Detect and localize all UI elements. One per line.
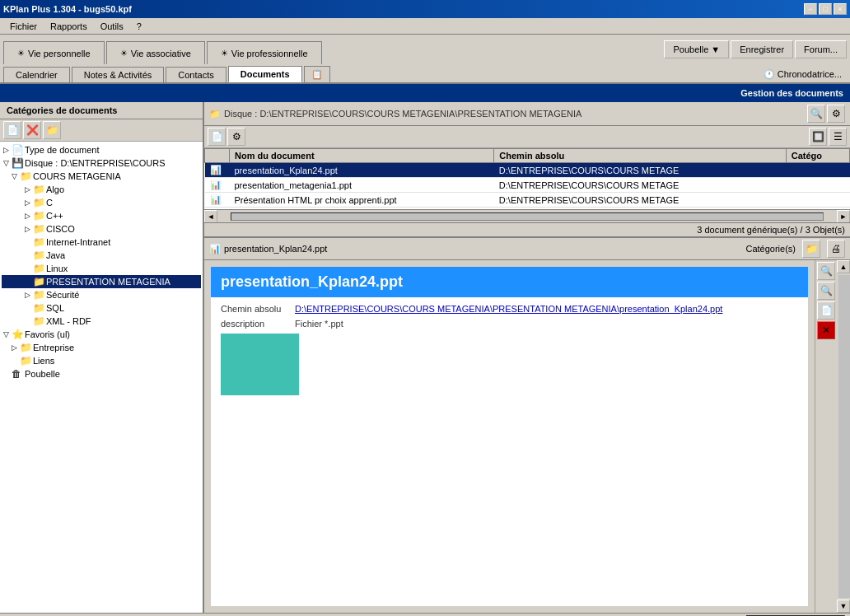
tab-vie-associative[interactable]: ☀ Vie associative [106, 41, 205, 64]
col-path[interactable]: Chemin absolu [494, 149, 786, 163]
chronodatrice-button[interactable]: 🕐 Chronodatrice... [759, 68, 847, 82]
main-tab-bar: Calendrier Notes & Activités Contacts Do… [0, 64, 850, 84]
v-scroll-track[interactable] [838, 275, 850, 598]
expander-disque[interactable]: ▽ [3, 159, 12, 167]
file-location: 📁 Disque : D:\ENTREPRISE\COURS\COURS MET… [209, 109, 581, 119]
tab-vie-personnelle[interactable]: ☀ Vie personnelle [3, 41, 105, 64]
file-row-3[interactable]: 📊 Présentation HTML pr choix apprenti.pp… [205, 193, 850, 208]
tab-calendrier[interactable]: Calendrier [3, 67, 70, 82]
preview-thumbnail [221, 334, 299, 395]
delete-doc-button[interactable]: ❌ [23, 121, 41, 139]
preview-zoom-out-btn[interactable]: 🔍 [817, 282, 835, 300]
file-toolbar-left: 📄 ⚙ [208, 128, 245, 146]
preview-chemin-value[interactable]: D:\ENTREPRISE\COURS\COURS METAGENIA\PRES… [295, 304, 722, 314]
view-button2[interactable]: ⚙ [827, 105, 845, 123]
expander-securite[interactable]: ▷ [25, 291, 33, 299]
tree-item-entreprise[interactable]: ▷ 📁 Entreprise [2, 341, 201, 354]
file-row-1[interactable]: 📊 presentation_Kplan24.ppt D:\ENTREPRISE… [205, 163, 850, 178]
expander-algo[interactable]: ▷ [25, 185, 33, 194]
right-panel: 📁 Disque : D:\ENTREPRISE\COURS\COURS MET… [204, 102, 850, 613]
expander-favoris[interactable]: ▽ [3, 330, 12, 338]
menu-fichier[interactable]: Fichier [3, 20, 44, 33]
file-table-container: Nom du document Chemin absolu Catégo 📊 p… [204, 148, 850, 209]
expander-entreprise[interactable]: ▷ [12, 343, 20, 352]
tree-item-java[interactable]: 📁 Java [2, 249, 201, 262]
maximize-button[interactable]: □ [819, 3, 832, 15]
file-toolbar: 📄 ⚙ 🔲 ☰ [204, 126, 850, 148]
file-list-area: 📁 Disque : D:\ENTREPRISE\COURS\COURS MET… [204, 102, 850, 238]
tree-item-internet[interactable]: 📁 Internet-Intranet [2, 236, 201, 249]
h-scroll-right[interactable]: ► [837, 210, 850, 223]
h-scroll-left[interactable]: ◄ [204, 210, 217, 223]
preview-page-btn[interactable]: 📄 [817, 301, 835, 320]
file-row-1-icon: 📊 [205, 163, 230, 178]
h-scroll-track[interactable] [231, 212, 824, 221]
file-view-btn1[interactable]: 🔲 [809, 128, 827, 146]
tree-item-type-document[interactable]: ▷ 📄 Type de document [2, 143, 201, 156]
preview-content: presentation_Kplan24.ppt Chemin absolu D… [211, 267, 808, 606]
col-category[interactable]: Catégo [786, 149, 849, 163]
expander-cisco[interactable]: ▷ [25, 225, 33, 233]
v-scrollbar[interactable]: ▲ ▼ [837, 260, 850, 613]
tree-item-sql[interactable]: 📁 SQL [2, 301, 201, 315]
v-scroll-down[interactable]: ▼ [837, 600, 850, 613]
col-name[interactable]: Nom du document [230, 149, 494, 163]
tree-item-poubelle[interactable]: 🗑 Poubelle [2, 367, 201, 380]
tree-item-securite[interactable]: ▷ 📁 Sécurité [2, 288, 201, 301]
tree-item-liens[interactable]: 📁 Liens [2, 354, 201, 367]
preview-folder-btn[interactable]: 📁 [802, 240, 820, 258]
close-button[interactable]: × [834, 3, 847, 15]
tab-contacts[interactable]: Contacts [166, 67, 226, 82]
preview-title: presentation_Kplan24.ppt [211, 267, 808, 297]
tree-item-cours-metagenia[interactable]: ▽ 📁 COURS METAGENIA [2, 170, 201, 183]
file-toolbar-right: 🔲 ☰ [809, 128, 847, 146]
file-list-header: 📁 Disque : D:\ENTREPRISE\COURS\COURS MET… [204, 102, 850, 126]
file-view-btn2[interactable]: ☰ [829, 128, 847, 146]
tree-item-cisco[interactable]: ▷ 📁 CISCO [2, 222, 201, 236]
preview-print-btn[interactable]: 🖨 [827, 240, 845, 258]
file-new-btn[interactable]: 📄 [208, 128, 226, 146]
expander-c[interactable]: ▷ [25, 198, 33, 207]
enregistrer-button[interactable]: Enregistrer [731, 40, 793, 58]
new-doc-button[interactable]: 📄 [3, 121, 21, 139]
tab-documents[interactable]: Documents [228, 66, 302, 82]
file-row-2[interactable]: 📊 presentation_metagenia1.ppt D:\ENTREPR… [205, 178, 850, 193]
label-favoris: Favoris (ul) [25, 329, 70, 339]
v-scroll-up[interactable]: ▲ [837, 260, 850, 273]
tree-item-presentation-metagenia[interactable]: 📁 PRESENTATION METAGENIA [2, 275, 201, 288]
tree-item-linux[interactable]: 📁 Linux [2, 262, 201, 275]
tree-item-cpp[interactable]: ▷ 📁 C++ [2, 209, 201, 222]
folder-button[interactable]: 📁 [43, 121, 61, 139]
tree-item-disque[interactable]: ▽ 💾 Disque : D:\ENTREPRISE\COURS [2, 156, 201, 170]
forum-button[interactable]: Forum... [795, 40, 847, 58]
tab-vie-professionnelle[interactable]: ☀ Vie professionnelle [207, 41, 322, 64]
tree-item-favoris[interactable]: ▽ ⭐ Favoris (ul) [2, 328, 201, 341]
label-disque: Disque : D:\ENTREPRISE\COURS [25, 158, 166, 168]
expander-type-document[interactable]: ▷ [3, 146, 12, 154]
menu-outils[interactable]: Outils [94, 20, 130, 33]
icon-presentation: 📁 [33, 276, 46, 287]
poubelle-button[interactable]: Poubelle ▼ [664, 40, 729, 58]
file-delete-btn[interactable]: ⚙ [227, 128, 245, 146]
tab-extra[interactable]: 📋 [304, 66, 330, 82]
vie-personnelle-icon: ☀ [17, 49, 25, 58]
menu-help[interactable]: ? [130, 20, 148, 33]
minimize-button[interactable]: − [804, 3, 817, 15]
preview-delete-btn[interactable]: ✕ [817, 321, 835, 339]
expander-cpp[interactable]: ▷ [25, 212, 33, 220]
view-button1[interactable]: 🔍 [807, 105, 825, 123]
tree-item-xmlrdf[interactable]: 📁 XML - RDF [2, 315, 201, 328]
preview-body: Chemin absolu D:\ENTREPRISE\COURS\COURS … [211, 297, 808, 606]
tree-item-algo[interactable]: ▷ 📁 Algo [2, 183, 201, 196]
tree-item-c[interactable]: ▷ 📁 C [2, 196, 201, 209]
preview-header-right: Catégorie(s) 📁 🖨 [745, 240, 845, 258]
expander-cours-metagenia[interactable]: ▽ [12, 172, 20, 180]
tab-notes-activites[interactable]: Notes & Activités [72, 67, 165, 82]
label-algo: Algo [46, 184, 64, 194]
menu-rapports[interactable]: Rapports [44, 20, 94, 33]
h-scrollbar[interactable]: ◄ ► [204, 209, 850, 222]
preview-zoom-in-btn[interactable]: 🔍 [817, 262, 835, 280]
icon-sql: 📁 [33, 302, 46, 314]
file-count: 3 document générique(s) / 3 Objet(s) [697, 225, 845, 235]
col-icon [205, 149, 230, 163]
